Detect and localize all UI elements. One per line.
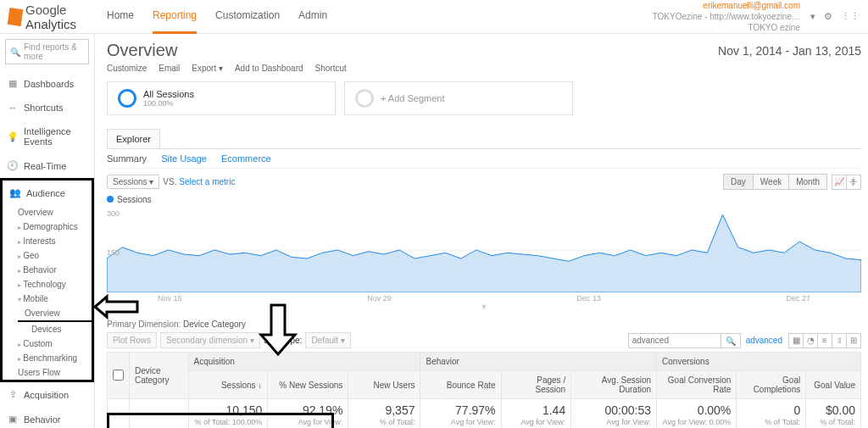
settings-dropdown-icon[interactable]: ▾ xyxy=(810,11,815,22)
behavior-icon: ▣ xyxy=(7,414,19,425)
sub-geo[interactable]: Geo xyxy=(3,248,92,263)
period-day[interactable]: Day xyxy=(723,174,754,190)
subtab-siteusage[interactable]: Site Usage xyxy=(161,153,207,164)
sort-default[interactable]: Default ▾ xyxy=(305,332,350,348)
logo[interactable]: Google Analytics xyxy=(8,3,102,31)
view-performance-icon[interactable]: ≡ xyxy=(817,333,832,348)
col-newusers[interactable]: New Users xyxy=(348,371,420,399)
date-range[interactable]: Nov 1, 2014 - Jan 13, 2015 xyxy=(718,44,861,58)
nav-behavior-main[interactable]: ▣Behavior xyxy=(0,407,94,428)
sub-behavior[interactable]: Behavior xyxy=(3,263,92,277)
view-data-icon[interactable]: ▦ xyxy=(788,333,804,348)
logo-icon xyxy=(8,7,24,25)
segment-all-sessions[interactable]: All Sessions100.00% xyxy=(107,81,336,115)
sub-overview[interactable]: Overview xyxy=(3,205,92,220)
search-input[interactable]: 🔍 Find reports & more xyxy=(5,39,89,64)
search-icon: 🔍 xyxy=(10,47,20,57)
sub-mobile-overview[interactable]: Overview xyxy=(18,306,92,322)
nav-dashboards[interactable]: ▦Dashboards xyxy=(0,71,94,96)
secondary-dim[interactable]: Secondary dimension ▾ xyxy=(160,332,260,348)
subtab-ecommerce[interactable]: Ecommerce xyxy=(221,153,271,164)
select-metric[interactable]: Select a metric xyxy=(179,177,235,186)
gear-icon[interactable]: ⚙ xyxy=(824,11,832,22)
btn-export[interactable]: Export ▾ xyxy=(192,64,223,73)
col-gcr[interactable]: Goal Conversion Rate xyxy=(657,371,737,399)
sessions-chart[interactable]: 300 150 xyxy=(107,208,861,292)
sub-usersflow[interactable]: Users Flow xyxy=(3,365,92,380)
chart-legend: Sessions xyxy=(107,195,861,204)
period-buttons: Day Week Month xyxy=(724,174,827,190)
col-dur[interactable]: Avg. Session Duration xyxy=(571,371,657,399)
col-device[interactable]: Device Category xyxy=(130,353,189,399)
chart-view-buttons: 📈 ⸎ xyxy=(832,175,861,190)
col-pps[interactable]: Pages / Session xyxy=(501,371,571,399)
segment-ring-icon xyxy=(118,89,136,108)
add-segment[interactable]: + Add Segment xyxy=(344,81,573,115)
chart-svg xyxy=(107,208,861,292)
nav-customization[interactable]: Customization xyxy=(215,0,280,34)
sub-mobile-devices[interactable]: Devices xyxy=(3,322,92,336)
view-comparison-icon[interactable]: ⫴ xyxy=(832,333,847,348)
add-segment-label: + Add Segment xyxy=(381,93,445,103)
sub-demographics[interactable]: Demographics xyxy=(3,220,92,234)
plot-rows[interactable]: Plot Rows xyxy=(107,332,157,348)
sub-interests[interactable]: Interests xyxy=(3,234,92,248)
segment-title: All Sessions xyxy=(143,89,194,99)
sub-custom[interactable]: Custom xyxy=(3,336,92,351)
chart-handle-icon[interactable]: ▼ xyxy=(107,303,861,311)
subtabs: Summary Site Usage Ecommerce xyxy=(107,148,861,169)
metric-selector[interactable]: Sessions ▾ xyxy=(107,175,159,189)
top-nav: Home Reporting Customization Admin xyxy=(107,0,327,34)
btn-shortcut[interactable]: Shortcut xyxy=(315,64,347,73)
subtab-summary[interactable]: Summary xyxy=(107,153,147,164)
audience-section-highlight: 👥Audience Overview Demographics Interest… xyxy=(0,178,94,382)
sub-mobile[interactable]: Mobile xyxy=(3,292,92,306)
x-axis: Nov 15 Nov 29 Dec 13 Dec 27 xyxy=(107,294,861,303)
colgroup-acq: Acquisition xyxy=(188,353,420,371)
nav-intelligence[interactable]: 💡Intelligence Events xyxy=(0,120,94,153)
nav-acquisition[interactable]: ⇪Acquisition xyxy=(0,382,94,407)
period-month[interactable]: Month xyxy=(788,174,827,190)
sidebar: 🔍 Find reports & more ▦Dashboards ↔Short… xyxy=(0,34,95,428)
col-pnew[interactable]: % New Sessions xyxy=(268,371,348,399)
select-all-checkbox[interactable] xyxy=(113,370,124,381)
btn-customize[interactable]: Customize xyxy=(107,64,147,73)
advanced-link[interactable]: advanced xyxy=(746,336,782,345)
tab-explorer[interactable]: Explorer xyxy=(107,129,160,148)
nav-realtime[interactable]: 🕘Real-Time xyxy=(0,153,94,178)
segments-row: All Sessions100.00% + Add Segment xyxy=(107,81,861,115)
view-pivot-icon[interactable]: ⊞ xyxy=(846,333,861,348)
nav-home[interactable]: Home xyxy=(107,0,134,34)
col-bounce[interactable]: Bounce Rate xyxy=(420,371,501,399)
intelligence-icon: 💡 xyxy=(7,131,19,142)
nav-admin[interactable]: Admin xyxy=(298,0,327,34)
nav-shortcuts[interactable]: ↔Shortcuts xyxy=(0,96,94,120)
sub-technology[interactable]: Technology xyxy=(3,277,92,292)
nav-reporting[interactable]: Reporting xyxy=(153,0,197,34)
account-property: TOKYOezine - http://www.tokyoezine… xyxy=(653,11,800,22)
segment-pct: 100.00% xyxy=(143,99,194,108)
table-wrap: Device Category Acquisition Behavior Con… xyxy=(107,352,861,428)
period-week[interactable]: Week xyxy=(753,174,789,190)
sub-benchmarking[interactable]: Benchmarking xyxy=(3,351,92,365)
col-gval[interactable]: Goal Value xyxy=(806,371,861,399)
topbar: Google Analytics Home Reporting Customiz… xyxy=(0,0,868,34)
vs-label: VS. xyxy=(163,177,176,186)
search-button-icon[interactable]: 🔍 xyxy=(721,333,741,348)
col-gcomp[interactable]: Goal Completions xyxy=(737,371,806,399)
chart-line-icon[interactable]: 📈 xyxy=(832,175,847,190)
realtime-icon: 🕘 xyxy=(7,160,19,171)
view-percent-icon[interactable]: ◔ xyxy=(803,333,818,348)
grid-menu-icon[interactable]: ⋮⋮ xyxy=(841,11,860,22)
chart-controls: Sessions ▾ VS. Select a metric Day Week … xyxy=(107,174,861,190)
col-sessions[interactable]: Sessions ↓ xyxy=(188,371,268,399)
chart-motion-icon[interactable]: ⸎ xyxy=(846,175,861,190)
btn-email[interactable]: Email xyxy=(159,64,180,73)
ytick-150: 150 xyxy=(107,248,120,257)
nav-audience[interactable]: 👥Audience xyxy=(3,181,92,205)
data-table: Device Category Acquisition Behavior Con… xyxy=(107,352,861,428)
account-info[interactable]: erikemanuelli@gmail.com TOKYOezine - htt… xyxy=(653,0,800,33)
table-search-input[interactable] xyxy=(628,333,721,348)
col-checkbox xyxy=(108,353,130,399)
btn-add-dashboard[interactable]: Add to Dashboard xyxy=(235,64,303,73)
